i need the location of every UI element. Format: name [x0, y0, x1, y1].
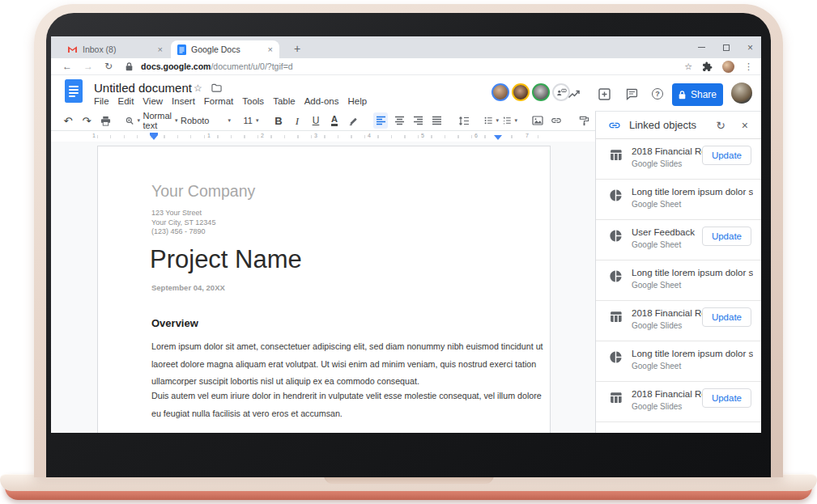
- minimize-icon[interactable]: [698, 47, 705, 49]
- paragraph-style-select[interactable]: Normal text ▾: [153, 112, 168, 129]
- ruler-number: 6: [473, 133, 479, 138]
- docs-tab-icon: [177, 44, 186, 55]
- lock-icon: [126, 62, 133, 71]
- ruler-number: 3: [313, 133, 319, 138]
- insert-image-icon[interactable]: [530, 112, 545, 129]
- company-name-text: Your Company: [151, 182, 255, 201]
- underline-icon[interactable]: U: [309, 112, 323, 129]
- comment-icon[interactable]: [624, 87, 639, 101]
- new-tab-button[interactable]: +: [289, 41, 305, 57]
- update-button[interactable]: Update: [702, 227, 751, 246]
- align-left-icon[interactable]: [373, 112, 388, 129]
- print-icon[interactable]: [98, 112, 113, 129]
- kebab-menu-icon[interactable]: ⋮: [744, 61, 753, 72]
- justify-icon[interactable]: [429, 112, 444, 129]
- collaborator-avatar[interactable]: [532, 83, 550, 101]
- menu-help[interactable]: Help: [347, 96, 367, 106]
- refresh-all-icon[interactable]: ↻: [716, 119, 726, 132]
- date-text: September 04, 20XX: [151, 283, 225, 292]
- ruler[interactable]: 1 1 2 3 4 5 6 7: [51, 131, 595, 142]
- refresh-icon[interactable]: ↻: [104, 61, 113, 72]
- menu-table[interactable]: Table: [273, 96, 296, 106]
- close-icon[interactable]: ×: [268, 45, 273, 54]
- menu-tools[interactable]: Tools: [242, 96, 264, 106]
- font-size-select[interactable]: 11 ▾: [244, 112, 258, 129]
- bullet-list-icon[interactable]: ▾: [484, 112, 499, 129]
- redo-icon[interactable]: ↷: [79, 112, 94, 129]
- close-panel-icon[interactable]: ×: [742, 119, 748, 132]
- panel-header: Linked objects ↻ ×: [596, 112, 761, 139]
- linked-object-row[interactable]: Long title lorem ipsum dolor sit a... Go…: [596, 180, 761, 220]
- ruler-number: 7: [524, 133, 530, 138]
- numbered-list-icon[interactable]: ▾: [503, 112, 517, 129]
- line-spacing-icon[interactable]: [457, 112, 471, 129]
- browser-profile-avatar[interactable]: [722, 61, 734, 73]
- linked-object-title: Long title lorem ipsum dolor sit a...: [632, 268, 753, 277]
- project-title-text: Project Name: [150, 245, 302, 274]
- document-title[interactable]: Untitled document: [94, 81, 192, 95]
- url-path[interactable]: /document/u/0/?tgif=d: [211, 61, 292, 71]
- zoom-icon[interactable]: ▾: [126, 112, 140, 129]
- bookmark-star-icon[interactable]: ☆: [684, 61, 692, 72]
- tab-label: Google Docs: [191, 44, 263, 54]
- help-icon[interactable]: ?: [650, 87, 665, 101]
- align-right-icon[interactable]: [411, 112, 425, 129]
- align-center-icon[interactable]: [392, 112, 406, 129]
- update-button[interactable]: Update: [702, 146, 751, 165]
- extensions-icon[interactable]: [702, 61, 713, 72]
- ruler-number: 5: [419, 133, 426, 138]
- linked-object-row[interactable]: 2018 Financial Report Google Slides Upda…: [596, 139, 761, 180]
- menu-format[interactable]: Format: [204, 96, 233, 106]
- menu-file[interactable]: File: [94, 96, 109, 106]
- collaborator-avatar[interactable]: [512, 83, 530, 101]
- back-icon[interactable]: ←: [62, 61, 72, 72]
- body-paragraph: Lorem ipsum dolor sit amet, consectetuer…: [151, 338, 547, 391]
- docs-logo-icon[interactable]: [65, 79, 83, 103]
- update-button[interactable]: Update: [702, 388, 751, 408]
- indent-marker-right[interactable]: [494, 135, 502, 140]
- collaborator-avatar[interactable]: [491, 83, 509, 101]
- highlight-color-icon[interactable]: [346, 112, 360, 129]
- insert-link-icon[interactable]: [549, 112, 564, 129]
- linked-object-row[interactable]: 2018 Financial Report... Google Slides U…: [596, 382, 761, 422]
- maximize-icon[interactable]: [723, 44, 730, 51]
- share-button[interactable]: Share: [672, 83, 723, 106]
- menu-edit[interactable]: Edit: [118, 96, 134, 106]
- font-select[interactable]: Roboto ▾: [181, 112, 231, 129]
- paint-format-icon[interactable]: [577, 112, 591, 129]
- document-canvas: Your Company 123 Your Street Your City, …: [51, 142, 595, 433]
- user-avatar[interactable]: [731, 83, 752, 104]
- linked-object-row[interactable]: Long title lorem ipsum dolor sit a... Go…: [596, 341, 761, 382]
- collaborator-avatars: [491, 83, 570, 101]
- linked-object-row[interactable]: User Feedback Google Sheet Update: [596, 220, 761, 260]
- update-button[interactable]: Update: [702, 307, 751, 327]
- italic-icon[interactable]: I: [290, 112, 304, 129]
- body-paragraph: Duis autem vel eum iriure dolor in hendr…: [151, 388, 547, 422]
- menu-insert[interactable]: Insert: [172, 96, 195, 106]
- undo-icon[interactable]: ↶: [61, 112, 75, 129]
- menu-addons[interactable]: Add-ons: [304, 96, 339, 106]
- bold-icon[interactable]: B: [271, 112, 286, 129]
- move-folder-icon[interactable]: [211, 83, 222, 92]
- document-page[interactable]: Your Company 123 Your Street Your City, …: [97, 146, 551, 433]
- tab-inbox[interactable]: Inbox (8) ×: [61, 40, 169, 58]
- linked-object-type: Google Sheet: [632, 200, 753, 209]
- indent-marker-left[interactable]: [150, 135, 158, 140]
- forward-icon[interactable]: →: [83, 61, 93, 72]
- tab-google-docs[interactable]: Google Docs ×: [171, 40, 279, 58]
- linked-object-row[interactable]: 2018 Financial Report... Google Slides U…: [596, 301, 761, 341]
- linked-object-row[interactable]: Long title lorem ipsum dolor sit a... Go…: [596, 260, 761, 301]
- close-icon[interactable]: ×: [158, 45, 163, 54]
- add-box-icon[interactable]: [597, 87, 611, 101]
- dropdown-icon: ▾: [228, 117, 231, 124]
- activity-dashboard-icon[interactable]: [567, 87, 581, 101]
- panel-title: Linked objects: [629, 119, 696, 131]
- text-color-icon[interactable]: A: [327, 112, 342, 129]
- close-window-icon[interactable]: ×: [747, 43, 753, 53]
- menu-view[interactable]: View: [143, 96, 163, 106]
- linked-object-title: Long title lorem ipsum dolor sit a...: [632, 349, 753, 358]
- url-host[interactable]: docs.google.com: [141, 61, 211, 71]
- linked-object-title: Long title lorem ipsum dolor sit a...: [632, 187, 753, 197]
- browser-tab-bar: Inbox (8) × Google Docs × + ×: [51, 36, 761, 58]
- star-document-icon[interactable]: ☆: [194, 83, 202, 94]
